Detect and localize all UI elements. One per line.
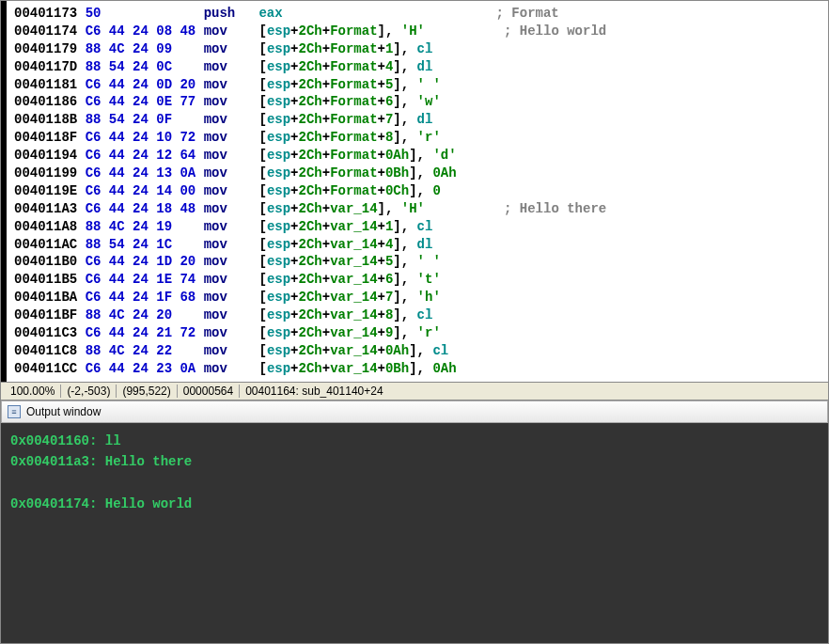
op-token: + bbox=[378, 290, 385, 305]
op-token: + bbox=[322, 41, 330, 56]
op-token: 0Bh bbox=[385, 361, 409, 376]
op-token: ], bbox=[393, 112, 416, 127]
op-token: + bbox=[290, 41, 298, 56]
bytes: C6 44 24 12 64 bbox=[86, 148, 196, 163]
op-token: esp bbox=[267, 290, 290, 305]
op-token: 0 bbox=[432, 183, 440, 198]
op-token: [ bbox=[258, 41, 266, 56]
op-token: esp bbox=[267, 219, 290, 234]
op-token: + bbox=[378, 307, 385, 322]
disasm-row[interactable]: 00401186 C6 44 24 0E 77 mov [esp+2Ch+For… bbox=[14, 93, 821, 111]
op-token: Format bbox=[330, 59, 377, 74]
address: 00401181 bbox=[14, 77, 77, 92]
op-token: esp bbox=[267, 307, 290, 322]
disasm-row[interactable]: 004011B0 C6 44 24 1D 20 mov [esp+2Ch+var… bbox=[14, 253, 821, 271]
op-token: + bbox=[290, 237, 298, 252]
disasm-row[interactable]: 004011C3 C6 44 24 21 72 mov [esp+2Ch+var… bbox=[14, 324, 821, 342]
op-token: 0Bh bbox=[385, 165, 409, 181]
op-token: + bbox=[322, 343, 330, 358]
disasm-row[interactable]: 0040119E C6 44 24 14 00 mov [esp+2Ch+For… bbox=[14, 182, 821, 200]
op-token: esp bbox=[267, 165, 290, 181]
disasm-row[interactable]: 00401194 C6 44 24 12 64 mov [esp+2Ch+For… bbox=[14, 147, 821, 165]
op-token: ], bbox=[409, 148, 432, 163]
status-location: 00401164: sub_401140+24 bbox=[240, 385, 388, 398]
disasm-row[interactable]: 004011A3 C6 44 24 18 48 mov [esp+2Ch+var… bbox=[14, 200, 821, 218]
op-token: [ bbox=[258, 94, 266, 109]
op-token: 'H' bbox=[401, 24, 425, 39]
op-token: var_14 bbox=[330, 272, 377, 287]
op-token: esp bbox=[267, 325, 290, 340]
op-token: + bbox=[378, 41, 385, 56]
bytes: 50 bbox=[86, 6, 196, 21]
bytes: C6 44 24 1D 20 bbox=[86, 254, 196, 269]
op-token: 0Ah bbox=[385, 343, 409, 358]
mnemonic: mov bbox=[204, 307, 259, 322]
op-token: + bbox=[290, 59, 298, 74]
op-token: var_14 bbox=[330, 219, 377, 234]
mnemonic: mov bbox=[204, 59, 259, 74]
disasm-row[interactable]: 004011BF 88 4C 24 20 mov [esp+2Ch+var_14… bbox=[14, 306, 821, 324]
op-token: + bbox=[290, 112, 298, 127]
op-token: + bbox=[322, 24, 330, 39]
disasm-row[interactable]: 0040118B 88 54 24 0F mov [esp+2Ch+Format… bbox=[14, 111, 821, 129]
op-token: ], bbox=[378, 24, 401, 39]
op-token: esp bbox=[267, 361, 290, 376]
disasm-row[interactable]: 00401173 50 push eax ; Format bbox=[14, 5, 821, 23]
op-token: 'h' bbox=[417, 290, 441, 305]
op-token: 'r' bbox=[417, 130, 441, 145]
mnemonic: mov bbox=[204, 183, 259, 198]
op-token: 0Ah bbox=[432, 165, 456, 181]
disasm-row[interactable]: 004011B5 C6 44 24 1E 74 mov [esp+2Ch+var… bbox=[14, 271, 821, 289]
disasm-row[interactable]: 00401199 C6 44 24 13 0A mov [esp+2Ch+For… bbox=[14, 165, 821, 182]
bytes: 88 4C 24 19 bbox=[86, 219, 196, 234]
op-token: [ bbox=[258, 77, 266, 92]
op-token: [ bbox=[258, 219, 266, 234]
bytes: C6 44 24 1F 68 bbox=[86, 290, 196, 305]
op-token: + bbox=[322, 77, 330, 92]
op-token: [ bbox=[258, 254, 266, 269]
op-token: 0Ah bbox=[385, 148, 409, 163]
output-window[interactable]: 0x00401160: ll 0x004011a3: Hello there 0… bbox=[1, 423, 828, 643]
disasm-row[interactable]: 004011A8 88 4C 24 19 mov [esp+2Ch+var_14… bbox=[14, 218, 821, 236]
op-token: + bbox=[378, 183, 385, 198]
op-token: + bbox=[378, 77, 385, 92]
op-token: Format bbox=[330, 183, 377, 198]
mnemonic: mov bbox=[204, 219, 259, 234]
disasm-row[interactable]: 00401181 C6 44 24 0D 20 mov [esp+2Ch+For… bbox=[14, 76, 821, 94]
bytes: C6 44 24 1E 74 bbox=[86, 272, 196, 287]
disasm-row[interactable]: 004011C8 88 4C 24 22 mov [esp+2Ch+var_14… bbox=[14, 342, 821, 360]
op-token: 2Ch bbox=[299, 272, 322, 287]
op-token: + bbox=[290, 219, 298, 234]
address: 004011A8 bbox=[14, 219, 77, 234]
status-offset: 00000564 bbox=[178, 385, 240, 398]
status-coord2: (995,522) bbox=[117, 385, 177, 398]
disasm-row[interactable]: 004011CC C6 44 24 23 0A mov [esp+2Ch+var… bbox=[14, 360, 821, 378]
op-token: ], bbox=[393, 219, 416, 234]
disasm-row[interactable]: 0040117D 88 54 24 0C mov [esp+2Ch+Format… bbox=[14, 58, 821, 76]
op-token: [ bbox=[258, 130, 266, 145]
disasm-row[interactable]: 00401179 88 4C 24 09 mov [esp+2Ch+Format… bbox=[14, 40, 821, 58]
op-token: + bbox=[290, 165, 298, 181]
bytes: C6 44 24 18 48 bbox=[86, 201, 196, 216]
bytes: C6 44 24 23 0A bbox=[86, 361, 196, 376]
output-panel-header[interactable]: ≡ Output window bbox=[1, 401, 828, 423]
op-token: + bbox=[378, 94, 385, 109]
op-token: ], bbox=[393, 237, 416, 252]
disassembly-view[interactable]: 00401173 50 push eax ; Format00401174 C6… bbox=[1, 1, 828, 382]
op-token: + bbox=[322, 237, 330, 252]
disasm-row[interactable]: 0040118F C6 44 24 10 72 mov [esp+2Ch+For… bbox=[14, 129, 821, 147]
op-token: Format bbox=[330, 41, 377, 56]
disasm-row[interactable]: 00401174 C6 44 24 08 48 mov [esp+2Ch+For… bbox=[14, 23, 821, 40]
op-token: [ bbox=[258, 237, 266, 252]
op-token: Format bbox=[330, 165, 377, 181]
disasm-row[interactable]: 004011BA C6 44 24 1F 68 mov [esp+2Ch+var… bbox=[14, 289, 821, 306]
address: 00401199 bbox=[14, 165, 77, 181]
op-token: esp bbox=[267, 77, 290, 92]
op-token: [ bbox=[258, 307, 266, 322]
mnemonic: mov bbox=[204, 148, 259, 163]
op-token: ], bbox=[393, 77, 416, 92]
op-token: + bbox=[322, 130, 330, 145]
op-token: 0Ch bbox=[385, 183, 409, 198]
op-token: + bbox=[290, 201, 298, 216]
disasm-row[interactable]: 004011AC 88 54 24 1C mov [esp+2Ch+var_14… bbox=[14, 236, 821, 254]
